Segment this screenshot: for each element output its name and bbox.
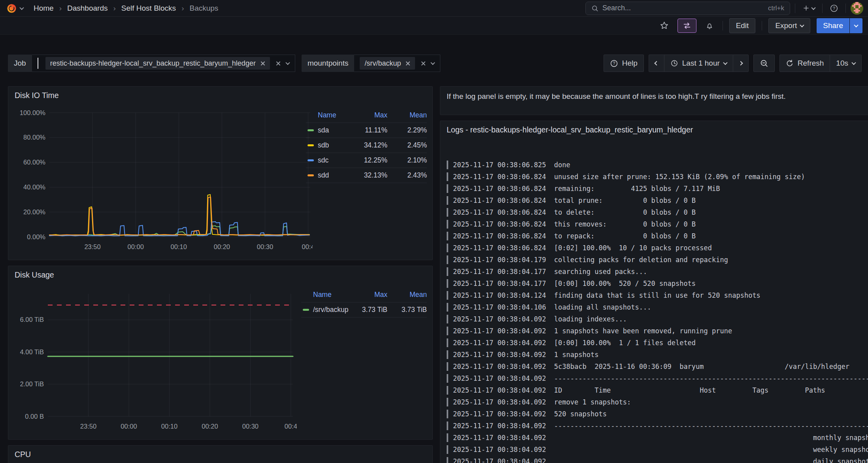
svg-text:00:10: 00:10 <box>161 423 177 430</box>
series-color-swatch <box>308 159 314 161</box>
legend-row[interactable]: /srv/backup3.73 TiB3.73 TiB <box>301 302 427 317</box>
log-row[interactable]: 2025-11-17 00:38:06.824 to delete: 0 blo… <box>447 206 868 218</box>
help-button[interactable]: ? Help <box>604 55 644 72</box>
log-row[interactable]: 2025-11-17 00:38:04.092 ----------------… <box>447 420 868 432</box>
legend-row[interactable]: sdc12.25%2.10% <box>306 153 427 168</box>
log-line-text: 2025-11-17 00:38:06.824 this removes: 0 … <box>453 220 696 228</box>
log-row[interactable]: 2025-11-17 00:38:04.092 1 snapshots have… <box>447 325 868 337</box>
log-line-text: 2025-11-17 00:38:04.092 1 snapshots have… <box>453 327 732 335</box>
log-row[interactable]: 2025-11-17 00:38:06.824 total prune: 0 b… <box>447 195 868 206</box>
breadcrumb-separator: › <box>181 4 184 13</box>
job-value-tag[interactable]: restic-backups-hledger-local_srv_backup_… <box>45 57 270 70</box>
chevron-down-icon[interactable] <box>431 60 435 65</box>
remove-tag-icon[interactable] <box>405 61 410 66</box>
log-row[interactable]: 2025-11-17 00:38:04.124 finding data tha… <box>447 289 868 301</box>
panel-title[interactable]: Disk Usage <box>8 266 432 284</box>
share-button[interactable]: Share <box>817 18 849 33</box>
log-level-bar <box>447 374 448 383</box>
svg-text:?: ? <box>833 6 835 10</box>
mountpoints-variable-input[interactable]: /srv/backup <box>354 55 440 72</box>
log-row[interactable]: 2025-11-17 00:38:04.092 520 snapshots <box>447 408 868 420</box>
legend-row[interactable]: sdd32.13%2.43% <box>306 168 427 183</box>
svg-text:20.00%: 20.00% <box>23 208 45 215</box>
log-row[interactable]: 2025-11-17 00:38:06.825 done <box>447 159 868 171</box>
log-row[interactable]: 2025-11-17 00:38:06.824 [0:02] 100.00% 1… <box>447 242 868 254</box>
log-row[interactable]: 2025-11-17 00:38:04.092 [0:00] 100.00% 1… <box>447 337 868 349</box>
log-row[interactable]: 2025-11-17 00:38:06.824 unused size afte… <box>447 171 868 183</box>
log-level-bar <box>447 315 448 323</box>
disk-usage-chart[interactable]: 0.00 B2.00 TiB4.00 TiB6.00 TiB23:5000:00… <box>10 282 297 436</box>
time-range-back-button[interactable] <box>649 55 664 72</box>
log-row[interactable]: 2025-11-17 00:38:04.092 5c38bacb 2025-11… <box>447 361 868 372</box>
disk-usage-panel: Disk Usage 0.00 B2.00 TiB4.00 TiB6.00 Ti… <box>8 266 433 440</box>
panel-title[interactable]: Logs - restic-backups-hledger-local_srv_… <box>440 121 868 139</box>
user-avatar[interactable] <box>851 2 863 15</box>
time-range-forward-button[interactable] <box>733 55 749 72</box>
time-range-picker[interactable]: Last 1 hour <box>664 55 733 72</box>
log-row[interactable]: 2025-11-17 00:38:06.824 this removes: 0 … <box>447 218 868 230</box>
mountpoints-value-tag[interactable]: /srv/backup <box>360 57 415 70</box>
grafana-logo-icon[interactable] <box>6 3 17 13</box>
log-row[interactable]: 2025-11-17 00:38:04.092 weekly snapshot <box>447 444 868 455</box>
public-dashboard-toggle[interactable] <box>677 19 696 33</box>
log-level-bar <box>447 421 448 430</box>
log-line-text: 2025-11-17 00:38:04.106 loading all snap… <box>453 303 651 311</box>
plus-icon <box>802 4 810 12</box>
text-cursor <box>38 58 38 69</box>
favorite-star-button[interactable] <box>657 19 671 32</box>
breadcrumb-folder[interactable]: Self Host Blocks <box>121 4 176 13</box>
log-row[interactable]: 2025-11-17 00:38:04.106 loading all snap… <box>447 301 868 313</box>
log-row[interactable]: 2025-11-17 00:38:04.177 [0:00] 100.00% 5… <box>447 278 868 289</box>
clear-icon[interactable] <box>421 61 426 66</box>
job-variable-input[interactable]: restic-backups-hledger-local_srv_backup_… <box>32 55 295 72</box>
note-text: If the log panel is empty, it may be bec… <box>440 87 868 106</box>
alerts-bell-button[interactable] <box>703 19 716 32</box>
clear-icon[interactable] <box>275 61 281 66</box>
question-circle-icon: ? <box>830 4 838 13</box>
remove-tag-icon[interactable] <box>260 61 265 66</box>
log-row[interactable]: 2025-11-17 00:38:04.092 loading indexes.… <box>447 313 868 325</box>
mountpoints-variable-control: mountpoints /srv/backup <box>302 55 441 72</box>
svg-text:0.00%: 0.00% <box>27 233 45 240</box>
legend-row[interactable]: sda11.11%2.29% <box>306 123 427 138</box>
log-row[interactable]: 2025-11-17 00:38:04.092 monthly snapshot <box>447 432 868 444</box>
log-row[interactable]: 2025-11-17 00:38:04.092 remove 1 snapsho… <box>447 396 868 408</box>
org-switcher[interactable] <box>6 3 23 13</box>
breadcrumb-dashboards[interactable]: Dashboards <box>67 4 108 13</box>
log-row[interactable]: 2025-11-17 00:38:04.177 searching used p… <box>447 266 868 278</box>
log-level-bar <box>447 398 448 406</box>
log-row[interactable]: 2025-11-17 00:38:04.092 ----------------… <box>447 372 868 384</box>
log-line-text: 2025-11-17 00:38:04.179 collecting packs… <box>453 256 728 264</box>
svg-text:00:10: 00:10 <box>171 243 187 250</box>
panel-title[interactable]: CPU <box>8 446 432 463</box>
log-line-text: 2025-11-17 00:38:06.824 remaining: 4125 … <box>453 185 720 193</box>
legend-row[interactable]: sdb34.12%2.45% <box>306 138 427 153</box>
log-row[interactable]: 2025-11-17 00:38:04.092 daily snapshot <box>447 455 868 463</box>
search-input[interactable]: Search... ctrl+k <box>585 2 790 15</box>
add-new-button[interactable] <box>800 2 817 15</box>
zoom-out-icon <box>760 59 768 68</box>
disk-io-chart[interactable]: 0.00%20.00%40.00%60.00%80.00%100.00%23:5… <box>10 102 313 257</box>
log-row[interactable]: 2025-11-17 00:38:04.179 collecting packs… <box>447 254 868 266</box>
log-row[interactable]: 2025-11-17 00:38:04.092 1 snapshots <box>447 349 868 361</box>
log-row[interactable]: 2025-11-17 00:38:04.092 ID Time Host Tag… <box>447 384 868 396</box>
edit-button[interactable]: Edit <box>729 18 756 33</box>
log-row[interactable]: 2025-11-17 00:38:06.824 to repack: 0 blo… <box>447 230 868 242</box>
log-level-bar <box>447 386 448 395</box>
zoom-out-button[interactable] <box>753 55 775 72</box>
refresh-icon <box>786 59 794 67</box>
log-row[interactable]: 2025-11-17 00:38:06.824 remaining: 4125 … <box>447 183 868 195</box>
log-line-text: 2025-11-17 00:38:04.092 monthly snapshot <box>453 434 868 442</box>
refresh-button[interactable]: Refresh <box>779 55 830 72</box>
log-level-bar <box>447 445 448 454</box>
panel-title[interactable]: Disk IO Time <box>8 87 432 104</box>
breadcrumb-home[interactable]: Home <box>34 4 54 13</box>
chevron-down-icon[interactable] <box>285 60 290 65</box>
breadcrumb-separator: › <box>113 4 115 13</box>
help-menu-button[interactable]: ? <box>827 2 841 15</box>
note-text-panel: If the log panel is empty, it may be bec… <box>440 86 868 115</box>
export-button[interactable]: Export <box>768 18 810 33</box>
svg-text:23:50: 23:50 <box>80 423 96 430</box>
share-menu-button[interactable] <box>850 18 862 33</box>
refresh-interval-picker[interactable]: 10s <box>830 55 862 72</box>
